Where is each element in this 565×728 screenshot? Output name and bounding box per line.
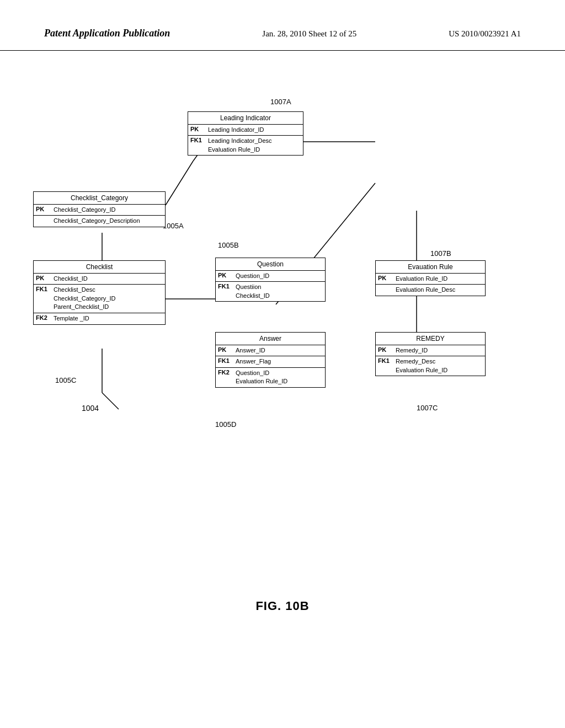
label-1007a: 1007A	[270, 98, 291, 106]
table-answer: Answer PK Answer_ID FK1 Answer_Flag FK2 …	[215, 332, 326, 388]
label-1004: 1004	[82, 404, 99, 413]
table-evaluation-rule: Evauation Rule PK Evaluation Rule_ID Eva…	[375, 260, 486, 296]
question-fk1: FK1 QuestiionChecklist_ID	[216, 282, 325, 301]
answer-title: Answer	[216, 333, 325, 345]
question-pk: PK Question_ID	[216, 271, 325, 282]
label-1007c: 1007C	[417, 404, 438, 412]
answer-pk: PK Answer_ID	[216, 345, 325, 356]
evaluation-rule-title: Evauation Rule	[376, 261, 485, 274]
label-1005a: 1005A	[163, 222, 184, 230]
table-checklist: Checklist PK Checklist_ID FK1 Checklist_…	[33, 260, 166, 325]
label-1005d: 1005D	[215, 420, 236, 429]
diagram-area: 1007A Leading Indicator PK Leading Indic…	[0, 51, 565, 657]
checklist-title: Checklist	[34, 261, 165, 274]
evaluation-rule-pk: PK Evaluation Rule_ID	[376, 274, 485, 285]
checklist-fk2: FK2 Template _ID	[34, 313, 165, 324]
checklist-category-pk: PK Checklist_Category_ID	[34, 205, 165, 216]
evaluation-rule-desc: Evaluation Rule_Desc	[376, 285, 485, 296]
table-checklist-category: Checklist_Category PK Checklist_Category…	[33, 191, 166, 227]
question-title: Question	[216, 258, 325, 271]
checklist-fk1: FK1 Checklist_DescChecklist_Category_IDP…	[34, 285, 165, 313]
svg-line-7	[102, 393, 119, 409]
checklist-category-title: Checklist_Category	[34, 192, 165, 205]
sheet-info: Jan. 28, 2010 Sheet 12 of 25	[262, 29, 356, 39]
checklist-pk: PK Checklist_ID	[34, 274, 165, 285]
table-remedy: REMEDY PK Remedy_ID FK1 Remedy_DescEvalu…	[375, 332, 486, 376]
label-1005c: 1005C	[55, 376, 76, 384]
leading-indicator-pk: PK Leading Indicator_ID	[188, 125, 303, 136]
remedy-fk1: FK1 Remedy_DescEvaluation Rule_ID	[376, 356, 485, 376]
answer-fk2: FK2 Question_IDEvaluation Rule_ID	[216, 368, 325, 387]
leading-indicator-title: Leading Indicator	[188, 112, 303, 125]
label-1005b: 1005B	[218, 241, 239, 249]
leading-indicator-fk1: FK1 Leading Indicator_DescEvaluation Rul…	[188, 136, 303, 155]
answer-fk1: FK1 Answer_Flag	[216, 356, 325, 367]
label-1007b: 1007B	[430, 249, 451, 258]
publication-title: Patent Application Publication	[44, 28, 170, 39]
remedy-pk: PK Remedy_ID	[376, 345, 485, 356]
patent-number: US 2010/0023921 A1	[449, 29, 521, 39]
figure-caption: FIG. 10B	[255, 599, 309, 613]
page: Patent Application Publication Jan. 28, …	[0, 0, 565, 728]
table-leading-indicator: Leading Indicator PK Leading Indicator_I…	[188, 111, 303, 156]
checklist-category-desc: Checklist_Category_Description	[34, 216, 165, 227]
header: Patent Application Publication Jan. 28, …	[0, 0, 565, 51]
table-question: Question PK Question_ID FK1 QuestiionChe…	[215, 258, 326, 302]
remedy-title: REMEDY	[376, 333, 485, 345]
svg-line-8	[166, 161, 193, 205]
